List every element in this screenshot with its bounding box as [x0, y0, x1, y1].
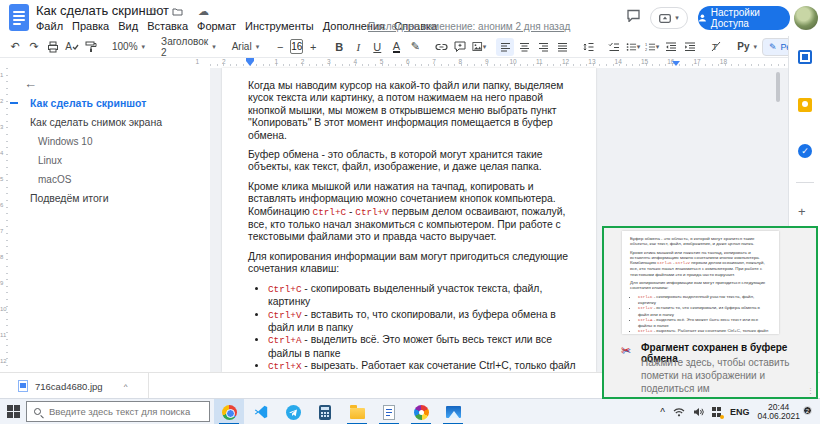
font-value: Arial: [232, 41, 252, 52]
outline-item-itogi[interactable]: Подведём итоги: [10, 193, 210, 204]
share-button[interactable]: Настройки Доступа: [698, 6, 790, 30]
cloud-status-icon[interactable]: ☁: [198, 5, 209, 18]
outline-item-macos[interactable]: macOS: [10, 174, 210, 185]
taskbar-search[interactable]: [26, 401, 210, 422]
right-indent-marker[interactable]: [672, 61, 680, 66]
input-tools-button[interactable]: Ру ▾: [733, 38, 761, 56]
downloads-divider: [148, 373, 149, 398]
paragraph: Когда мы наводим курсор на какой-то файл…: [248, 80, 582, 142]
outline-item-linux[interactable]: Linux: [10, 155, 210, 166]
checklist-icon[interactable]: [605, 38, 623, 56]
horizontal-ruler[interactable]: 21123456789101112131415161718: [210, 58, 788, 68]
docs-logo-icon[interactable]: [9, 4, 29, 31]
keep-icon[interactable]: [798, 98, 812, 112]
start-button[interactable]: [7, 405, 20, 418]
highlight-button[interactable]: ✎: [406, 38, 424, 56]
font-size-decrease[interactable]: −: [271, 38, 289, 56]
docs-header: Как сделать скриншот ☆ ☁ Файл Правка Вид…: [0, 0, 820, 36]
undo-icon[interactable]: ↶: [6, 38, 24, 56]
star-icon[interactable]: ☆: [148, 5, 158, 18]
add-comment-icon[interactable]: [451, 38, 469, 56]
tray-app-icon[interactable]: [712, 407, 722, 417]
spellcheck-icon[interactable]: A: [63, 38, 81, 56]
insert-link-icon[interactable]: [432, 38, 450, 56]
menu-view[interactable]: Вид: [118, 20, 138, 32]
outline-item-windows10[interactable]: Windows 10: [10, 136, 210, 147]
search-icon: [34, 408, 41, 415]
present-button[interactable]: ▾: [650, 7, 688, 29]
bold-button[interactable]: B: [330, 38, 348, 56]
menu-tools[interactable]: Инструменты: [245, 20, 314, 32]
close-outline-icon[interactable]: ←: [24, 76, 37, 91]
taskbar-chrome[interactable]: [214, 399, 244, 424]
volume-icon[interactable]: [693, 407, 704, 417]
font-size-increase[interactable]: +: [304, 38, 322, 56]
clear-formatting-icon[interactable]: T: [707, 38, 725, 56]
list-item: Ctrl+V - вставить то, что скопировали, и…: [268, 309, 582, 335]
taskbar-calculator[interactable]: [310, 399, 340, 424]
align-left-icon[interactable]: [496, 38, 514, 56]
taskbar-writer[interactable]: [374, 399, 404, 424]
underline-button[interactable]: U: [368, 38, 386, 56]
calendar-icon[interactable]: [798, 50, 812, 64]
outline-item-snimok[interactable]: Как сделать снимок экрана: [10, 117, 210, 128]
toolbar: ↶ ↷ A 100% ▾ Заголовок 2 ▾ Arial ▾ − 16 …: [0, 36, 788, 58]
move-folder-icon[interactable]: [172, 7, 183, 16]
paragraph-style-select[interactable]: Заголовок 2 ▾: [157, 38, 220, 56]
search-input[interactable]: [47, 405, 197, 418]
menu-file[interactable]: Файл: [36, 20, 63, 32]
first-line-indent-marker[interactable]: [246, 61, 254, 66]
align-center-icon[interactable]: [515, 38, 533, 56]
comments-icon[interactable]: [626, 9, 641, 22]
line-spacing-icon[interactable]: [579, 38, 597, 56]
image-caret-icon: ▾: [483, 43, 487, 51]
chrome-icon: [222, 405, 237, 420]
taskbar-explorer[interactable]: [342, 399, 372, 424]
font-select[interactable]: Arial ▾: [228, 38, 264, 56]
download-item[interactable]: 716cad4680.jpg ^: [10, 376, 135, 396]
network-icon[interactable]: [673, 407, 685, 417]
menu-format[interactable]: Формат: [197, 20, 236, 32]
insert-image-icon[interactable]: ▾: [470, 38, 488, 56]
increase-indent-icon[interactable]: [681, 38, 699, 56]
account-avatar[interactable]: [794, 6, 818, 30]
taskbar-image-viewer[interactable]: [438, 399, 468, 424]
zoom-caret-icon: ▾: [142, 43, 146, 51]
tasks-icon[interactable]: ✓: [798, 144, 812, 158]
screenshot-thumbnail[interactable]: Буфер обмена - это область, в которой мо…: [622, 231, 779, 334]
input-tools-label: Ру: [737, 41, 749, 52]
menu-edit[interactable]: Правка: [72, 20, 109, 32]
last-edit-link[interactable]: Последнее изменение: аноним 2 дня назад: [368, 21, 570, 32]
zoom-select[interactable]: 100% ▾: [108, 38, 149, 56]
explorer-icon: [350, 408, 365, 419]
taskbar-telegram[interactable]: [278, 399, 308, 424]
italic-button[interactable]: I: [349, 38, 367, 56]
taskbar-vscode[interactable]: [246, 399, 276, 424]
shortcut-list: Ctrl+C - скопировать выделенный участок …: [248, 283, 582, 386]
align-right-icon[interactable]: [534, 38, 552, 56]
align-justify-icon[interactable]: [553, 38, 571, 56]
side-panel-divider: [796, 182, 814, 183]
paint-format-icon[interactable]: [82, 38, 100, 56]
outline-item-screenshot[interactable]: Как сделать скриншот: [10, 98, 210, 109]
document-page[interactable]: Когда мы наводим курсор на какой-то файл…: [222, 68, 596, 372]
menu-insert[interactable]: Вставка: [147, 20, 188, 32]
screen: Как сделать скриншот ☆ ☁ Файл Правка Вид…: [0, 0, 820, 424]
numbered-list-icon[interactable]: 12 ▾: [643, 38, 661, 56]
taskbar-photos[interactable]: [406, 399, 436, 424]
taskbar-clock[interactable]: 20:44 04.06.2021: [757, 403, 800, 421]
snip-notification[interactable]: Буфер обмена - это область, в которой мо…: [602, 226, 818, 399]
image-viewer-icon: [446, 406, 461, 418]
text-color-button[interactable]: A: [393, 41, 400, 53]
photos-icon: [414, 405, 429, 420]
tray-chevron-icon[interactable]: ^: [660, 407, 665, 418]
download-caret-icon[interactable]: ^: [124, 382, 128, 391]
canvas-scrollbar[interactable]: [776, 72, 780, 102]
redo-icon[interactable]: ↷: [25, 38, 43, 56]
font-size-field[interactable]: 16: [290, 39, 303, 54]
bulleted-list-icon[interactable]: ▾: [624, 38, 642, 56]
decrease-indent-icon[interactable]: [662, 38, 680, 56]
language-indicator[interactable]: ENG: [730, 407, 750, 417]
get-addons-icon[interactable]: +: [798, 204, 806, 219]
print-icon[interactable]: [44, 38, 62, 56]
